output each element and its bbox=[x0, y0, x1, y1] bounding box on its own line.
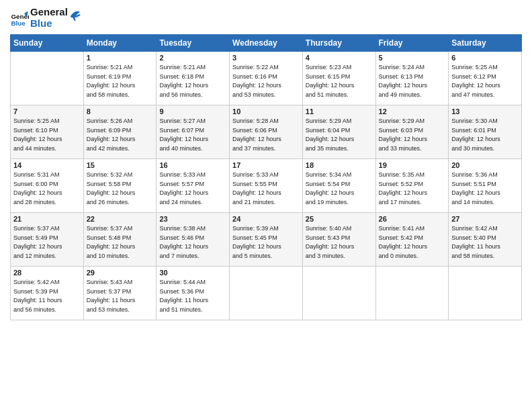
day-number: 18 bbox=[306, 161, 373, 169]
calendar-cell: 5Sunrise: 5:24 AM Sunset: 6:13 PM Daylig… bbox=[375, 52, 449, 105]
week-row-4: 21Sunrise: 5:37 AM Sunset: 5:49 PM Dayli… bbox=[11, 213, 522, 267]
calendar-page: General Blue General Blue SundayMondayTu… bbox=[0, 0, 532, 411]
calendar-cell: 19Sunrise: 5:35 AM Sunset: 5:52 PM Dayli… bbox=[375, 159, 449, 213]
day-info: Sunrise: 5:30 AM Sunset: 6:01 PM Dayligh… bbox=[451, 117, 519, 153]
day-info: Sunrise: 5:32 AM Sunset: 5:58 PM Dayligh… bbox=[87, 171, 154, 207]
day-info: Sunrise: 5:26 AM Sunset: 6:09 PM Dayligh… bbox=[87, 117, 154, 153]
calendar-cell: 7Sunrise: 5:25 AM Sunset: 6:10 PM Daylig… bbox=[11, 105, 84, 159]
day-info: Sunrise: 5:38 AM Sunset: 5:46 PM Dayligh… bbox=[159, 224, 226, 261]
day-number: 2 bbox=[159, 54, 226, 62]
calendar-cell bbox=[11, 52, 84, 105]
day-number: 28 bbox=[13, 269, 81, 277]
calendar-cell: 18Sunrise: 5:34 AM Sunset: 5:54 PM Dayli… bbox=[302, 159, 375, 213]
day-number: 7 bbox=[13, 107, 81, 116]
calendar-cell: 9Sunrise: 5:27 AM Sunset: 6:07 PM Daylig… bbox=[157, 105, 230, 159]
day-number: 17 bbox=[232, 161, 300, 169]
day-number: 29 bbox=[87, 269, 154, 277]
day-number: 20 bbox=[451, 161, 519, 169]
day-number: 15 bbox=[87, 161, 154, 169]
day-info: Sunrise: 5:44 AM Sunset: 5:36 PM Dayligh… bbox=[159, 278, 226, 314]
day-info: Sunrise: 5:33 AM Sunset: 5:57 PM Dayligh… bbox=[159, 171, 226, 207]
day-info: Sunrise: 5:39 AM Sunset: 5:45 PM Dayligh… bbox=[232, 224, 300, 261]
day-info: Sunrise: 5:25 AM Sunset: 6:12 PM Dayligh… bbox=[451, 63, 519, 99]
logo-bird-icon bbox=[69, 8, 81, 23]
calendar-cell: 12Sunrise: 5:29 AM Sunset: 6:03 PM Dayli… bbox=[375, 105, 449, 159]
calendar-cell: 1Sunrise: 5:21 AM Sunset: 6:19 PM Daylig… bbox=[83, 52, 157, 105]
day-info: Sunrise: 5:28 AM Sunset: 6:06 PM Dayligh… bbox=[232, 117, 300, 153]
day-number: 9 bbox=[159, 107, 226, 116]
day-info: Sunrise: 5:40 AM Sunset: 5:43 PM Dayligh… bbox=[306, 224, 373, 261]
calendar-table: SundayMondayTuesdayWednesdayThursdayFrid… bbox=[10, 34, 522, 320]
day-info: Sunrise: 5:43 AM Sunset: 5:37 PM Dayligh… bbox=[87, 278, 154, 314]
calendar-cell: 27Sunrise: 5:42 AM Sunset: 5:40 PM Dayli… bbox=[449, 213, 522, 267]
day-header-monday: Monday bbox=[83, 35, 157, 52]
calendar-cell: 20Sunrise: 5:36 AM Sunset: 5:51 PM Dayli… bbox=[449, 159, 522, 213]
day-info: Sunrise: 5:25 AM Sunset: 6:10 PM Dayligh… bbox=[13, 117, 81, 153]
calendar-cell: 2Sunrise: 5:21 AM Sunset: 6:18 PM Daylig… bbox=[157, 52, 230, 105]
calendar-cell: 3Sunrise: 5:22 AM Sunset: 6:16 PM Daylig… bbox=[230, 52, 303, 105]
calendar-cell: 24Sunrise: 5:39 AM Sunset: 5:45 PM Dayli… bbox=[230, 213, 303, 267]
day-info: Sunrise: 5:24 AM Sunset: 6:13 PM Dayligh… bbox=[379, 63, 446, 99]
calendar-cell bbox=[230, 267, 303, 320]
week-row-1: 1Sunrise: 5:21 AM Sunset: 6:19 PM Daylig… bbox=[11, 52, 522, 105]
day-number: 1 bbox=[87, 54, 154, 62]
day-number: 4 bbox=[306, 54, 373, 62]
calendar-cell: 26Sunrise: 5:41 AM Sunset: 5:42 PM Dayli… bbox=[375, 213, 449, 267]
day-info: Sunrise: 5:37 AM Sunset: 5:49 PM Dayligh… bbox=[13, 224, 81, 261]
day-info: Sunrise: 5:23 AM Sunset: 6:15 PM Dayligh… bbox=[306, 63, 373, 99]
day-info: Sunrise: 5:22 AM Sunset: 6:16 PM Dayligh… bbox=[232, 63, 300, 99]
day-info: Sunrise: 5:37 AM Sunset: 5:48 PM Dayligh… bbox=[87, 224, 154, 261]
calendar-cell: 25Sunrise: 5:40 AM Sunset: 5:43 PM Dayli… bbox=[302, 213, 375, 267]
calendar-cell: 23Sunrise: 5:38 AM Sunset: 5:46 PM Dayli… bbox=[157, 213, 230, 267]
logo: General Blue General Blue bbox=[10, 7, 81, 29]
day-number: 21 bbox=[13, 215, 81, 223]
day-number: 27 bbox=[451, 215, 519, 223]
day-info: Sunrise: 5:36 AM Sunset: 5:51 PM Dayligh… bbox=[451, 171, 519, 207]
day-number: 12 bbox=[379, 107, 446, 116]
day-info: Sunrise: 5:21 AM Sunset: 6:19 PM Dayligh… bbox=[87, 63, 154, 99]
day-header-tuesday: Tuesday bbox=[157, 35, 230, 52]
day-header-sunday: Sunday bbox=[11, 35, 84, 52]
day-number: 11 bbox=[306, 107, 373, 116]
day-info: Sunrise: 5:42 AM Sunset: 5:39 PM Dayligh… bbox=[13, 278, 81, 314]
day-info: Sunrise: 5:42 AM Sunset: 5:40 PM Dayligh… bbox=[451, 224, 519, 261]
calendar-cell: 16Sunrise: 5:33 AM Sunset: 5:57 PM Dayli… bbox=[157, 159, 230, 213]
calendar-header-row: SundayMondayTuesdayWednesdayThursdayFrid… bbox=[11, 35, 522, 52]
calendar-cell: 11Sunrise: 5:29 AM Sunset: 6:04 PM Dayli… bbox=[302, 105, 375, 159]
day-header-thursday: Thursday bbox=[302, 35, 375, 52]
logo-icon: General Blue bbox=[10, 9, 29, 28]
logo-general: General bbox=[30, 7, 68, 18]
day-number: 22 bbox=[87, 215, 154, 223]
calendar-cell bbox=[449, 267, 522, 320]
calendar-cell bbox=[375, 267, 449, 320]
svg-text:Blue: Blue bbox=[11, 19, 26, 27]
page-header: General Blue General Blue bbox=[10, 7, 522, 29]
day-number: 8 bbox=[87, 107, 154, 116]
day-info: Sunrise: 5:31 AM Sunset: 6:00 PM Dayligh… bbox=[13, 171, 81, 207]
calendar-cell: 6Sunrise: 5:25 AM Sunset: 6:12 PM Daylig… bbox=[449, 52, 522, 105]
day-header-saturday: Saturday bbox=[449, 35, 522, 52]
day-header-friday: Friday bbox=[375, 35, 449, 52]
calendar-cell: 22Sunrise: 5:37 AM Sunset: 5:48 PM Dayli… bbox=[83, 213, 157, 267]
day-number: 5 bbox=[379, 54, 446, 62]
day-info: Sunrise: 5:29 AM Sunset: 6:04 PM Dayligh… bbox=[306, 117, 373, 153]
calendar-cell: 8Sunrise: 5:26 AM Sunset: 6:09 PM Daylig… bbox=[83, 105, 157, 159]
calendar-cell: 17Sunrise: 5:33 AM Sunset: 5:55 PM Dayli… bbox=[230, 159, 303, 213]
calendar-cell: 15Sunrise: 5:32 AM Sunset: 5:58 PM Dayli… bbox=[83, 159, 157, 213]
day-number: 30 bbox=[159, 269, 226, 277]
day-number: 19 bbox=[379, 161, 446, 169]
day-info: Sunrise: 5:35 AM Sunset: 5:52 PM Dayligh… bbox=[379, 171, 446, 207]
day-number: 24 bbox=[232, 215, 300, 223]
week-row-2: 7Sunrise: 5:25 AM Sunset: 6:10 PM Daylig… bbox=[11, 105, 522, 159]
day-number: 14 bbox=[13, 161, 81, 169]
day-info: Sunrise: 5:21 AM Sunset: 6:18 PM Dayligh… bbox=[159, 63, 226, 99]
calendar-cell: 28Sunrise: 5:42 AM Sunset: 5:39 PM Dayli… bbox=[11, 267, 84, 320]
day-info: Sunrise: 5:33 AM Sunset: 5:55 PM Dayligh… bbox=[232, 171, 300, 207]
calendar-cell: 29Sunrise: 5:43 AM Sunset: 5:37 PM Dayli… bbox=[83, 267, 157, 320]
day-number: 10 bbox=[232, 107, 300, 116]
day-number: 23 bbox=[159, 215, 226, 223]
calendar-cell: 4Sunrise: 5:23 AM Sunset: 6:15 PM Daylig… bbox=[302, 52, 375, 105]
day-header-wednesday: Wednesday bbox=[230, 35, 303, 52]
day-info: Sunrise: 5:29 AM Sunset: 6:03 PM Dayligh… bbox=[379, 117, 446, 153]
day-info: Sunrise: 5:41 AM Sunset: 5:42 PM Dayligh… bbox=[379, 224, 446, 261]
